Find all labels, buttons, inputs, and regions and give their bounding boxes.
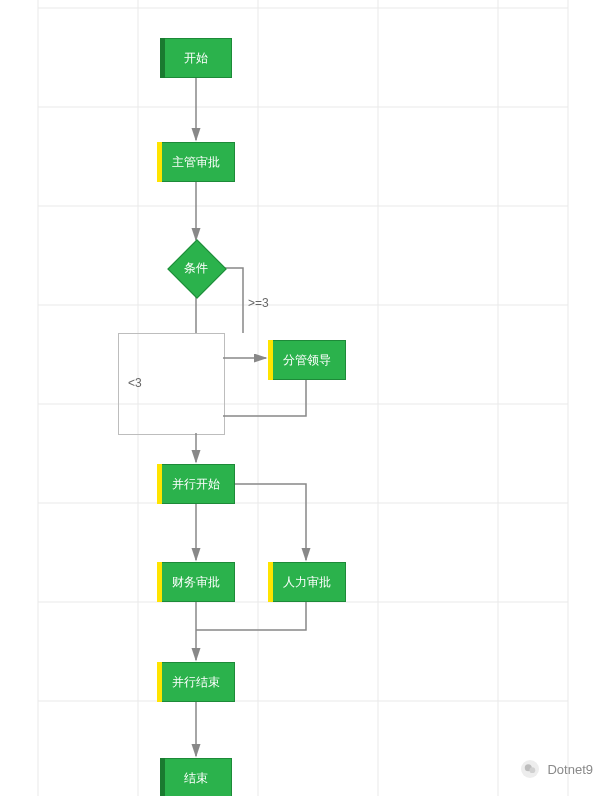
end-node[interactable]: 结束 (160, 758, 232, 796)
parallel-end-node[interactable]: 并行结束 (157, 662, 235, 702)
edges-layer (8, 0, 598, 796)
finance-approval-node[interactable]: 财务审批 (157, 562, 235, 602)
condition-node[interactable]: 条件 (168, 240, 224, 296)
division-leader-node[interactable]: 分管领导 (268, 340, 346, 380)
parallel-begin-label: 并行开始 (172, 476, 220, 493)
diagram-canvas: 开始 主管审批 条件 分管领导 并行开始 财务审批 人力审批 并行结束 结束 >… (8, 0, 598, 796)
svg-point-16 (530, 767, 536, 773)
supervisor-approval-node[interactable]: 主管审批 (157, 142, 235, 182)
watermark-text: Dotnet9 (547, 762, 593, 777)
hr-approval-node[interactable]: 人力审批 (268, 562, 346, 602)
edge-label-lt3: <3 (128, 376, 142, 390)
parallel-end-label: 并行结束 (172, 674, 220, 691)
end-node-label: 结束 (184, 770, 208, 787)
start-node-label: 开始 (184, 50, 208, 67)
watermark: Dotnet9 (521, 760, 593, 778)
parallel-begin-node[interactable]: 并行开始 (157, 464, 235, 504)
edge-label-ge3: >=3 (248, 296, 269, 310)
supervisor-approval-label: 主管审批 (172, 154, 220, 171)
finance-approval-label: 财务审批 (172, 574, 220, 591)
division-leader-label: 分管领导 (283, 352, 331, 369)
hr-approval-label: 人力审批 (283, 574, 331, 591)
condition-label: 条件 (168, 240, 224, 296)
wechat-icon (521, 760, 539, 778)
start-node[interactable]: 开始 (160, 38, 232, 78)
